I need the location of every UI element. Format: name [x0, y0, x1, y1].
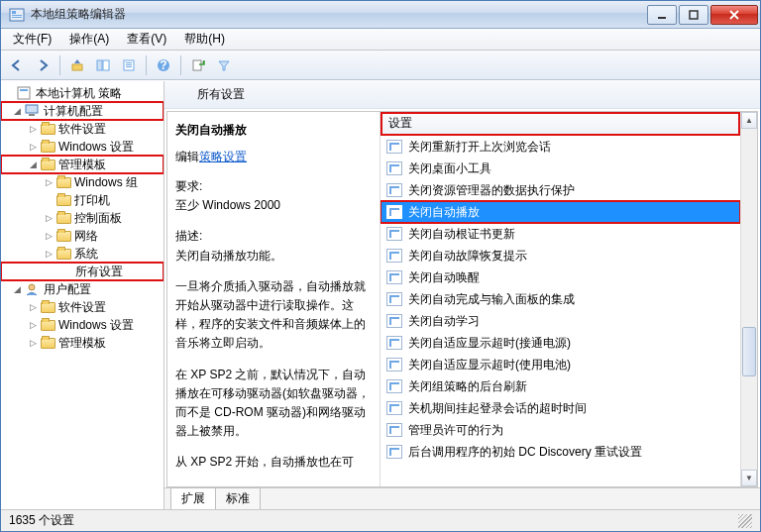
titlebar[interactable]: 本地组策略编辑器 — [1, 1, 760, 29]
scroll-down-button[interactable]: ▼ — [741, 470, 757, 486]
list-row[interactable]: 关闭重新打开上次浏览会话 — [380, 136, 740, 158]
folder-icon — [56, 231, 71, 242]
forward-button[interactable] — [31, 53, 54, 77]
scroll-thumb[interactable] — [742, 327, 756, 376]
policy-item-icon — [386, 270, 402, 284]
tab-standard[interactable]: 标准 — [215, 487, 261, 509]
list-row[interactable]: 关闭桌面小工具 — [380, 158, 740, 179]
tab-extend[interactable]: 扩展 — [170, 487, 216, 509]
svg-rect-11 — [126, 64, 132, 65]
expander-icon[interactable]: ◢ — [27, 159, 39, 170]
export-button[interactable] — [186, 53, 210, 77]
list-item-label: 关闭自动完成与输入面板的集成 — [408, 291, 575, 308]
list-row[interactable]: 关闭自动故障恢复提示 — [380, 245, 740, 266]
folder-icon — [41, 124, 55, 135]
settings-icon — [172, 88, 188, 102]
scroll-up-button[interactable]: ▲ — [741, 112, 757, 129]
close-button[interactable] — [710, 5, 758, 25]
expander-icon[interactable] — [43, 266, 54, 277]
list-row[interactable]: 关闭自动根证书更新 — [380, 223, 740, 245]
svg-rect-19 — [29, 114, 35, 116]
expander-icon[interactable] — [3, 87, 15, 99]
minimize-button[interactable] — [647, 5, 677, 25]
expander-icon[interactable]: ◢ — [11, 283, 23, 295]
list-column-header[interactable]: 设置 — [380, 112, 740, 136]
edit-policy-link[interactable]: 策略设置 — [199, 150, 247, 163]
back-button[interactable] — [5, 53, 29, 77]
list-row[interactable]: 关闭自适应显示超时(使用电池) — [380, 354, 740, 375]
tree-u-windows[interactable]: ▷Windows 设置 — [1, 316, 163, 334]
expander-icon[interactable]: ▷ — [27, 337, 39, 349]
menu-action[interactable]: 操作(A) — [61, 29, 117, 50]
show-hide-tree-button[interactable] — [91, 53, 115, 77]
edit-policy-row: 编辑策略设置 — [175, 149, 372, 165]
list-row[interactable]: 管理员许可的行为 — [380, 419, 740, 441]
expander-icon[interactable]: ▷ — [43, 176, 54, 188]
desc-value: 关闭自动播放功能。 — [175, 247, 372, 266]
list-row[interactable]: 关闭组策略的后台刷新 — [380, 375, 740, 397]
list-row[interactable]: 关闭自动完成与输入面板的集成 — [380, 288, 740, 310]
expander-icon[interactable]: ▷ — [27, 301, 39, 313]
list-row[interactable]: 关闭自适应显示超时(接通电源) — [380, 332, 740, 354]
menu-file[interactable]: 文件(F) — [5, 29, 59, 50]
tree-windows-settings[interactable]: ▷Windows 设置 — [1, 138, 163, 156]
desc-para3: 从 XP SP2 开始，自动播放也在可 — [175, 453, 372, 472]
tree-root[interactable]: 本地计算机 策略 — [1, 84, 163, 102]
list-row[interactable]: 关闭自动播放 — [380, 201, 740, 223]
desc-para1: 一旦将介质插入驱动器，自动播放就开始从驱动器中进行读取操作。这样，程序的安装文件… — [175, 277, 372, 354]
tree-printers[interactable]: 打印机 — [1, 191, 163, 209]
help-button[interactable]: ? — [152, 53, 175, 77]
right-header-title: 所有设置 — [197, 86, 245, 103]
tree-system[interactable]: ▷系统 — [1, 245, 163, 263]
expander-icon[interactable]: ▷ — [43, 212, 54, 224]
toolbar-sep — [180, 55, 181, 75]
policy-item-icon — [386, 205, 402, 219]
up-button[interactable] — [65, 53, 89, 77]
menu-help[interactable]: 帮助(H) — [176, 29, 233, 50]
policy-item-icon — [386, 249, 402, 263]
list-row[interactable]: 关闭自动学习 — [380, 310, 740, 332]
list-item-label: 关闭资源管理器的数据执行保护 — [408, 182, 575, 199]
tree-u-software[interactable]: ▷软件设置 — [1, 298, 163, 316]
expander-icon[interactable]: ▷ — [43, 248, 54, 260]
expander-icon[interactable]: ▷ — [27, 123, 39, 135]
vertical-scrollbar[interactable]: ▲ ▼ — [740, 112, 757, 486]
settings-icon — [56, 265, 72, 278]
list-item-label: 关闭自适应显示超时(使用电池) — [408, 357, 571, 373]
svg-rect-10 — [126, 62, 132, 63]
expander-icon[interactable]: ▷ — [27, 319, 39, 331]
expander-icon[interactable]: ◢ — [11, 105, 23, 117]
tree-user-config[interactable]: ◢用户配置 — [1, 280, 163, 298]
menu-view[interactable]: 查看(V) — [119, 29, 174, 50]
list-row[interactable]: 关闭资源管理器的数据执行保护 — [380, 179, 740, 201]
tree-label: 管理模板 — [58, 335, 106, 352]
expander-icon[interactable] — [43, 194, 54, 206]
list-body[interactable]: 关闭重新打开上次浏览会话关闭桌面小工具关闭资源管理器的数据执行保护关闭自动播放关… — [380, 136, 740, 486]
scroll-track[interactable] — [741, 129, 757, 470]
list-item-label: 关机期间挂起登录会话的超时时间 — [408, 400, 587, 417]
filter-button[interactable] — [212, 53, 236, 77]
computer-icon — [25, 104, 41, 118]
list-row[interactable]: 后台调用程序的初始 DC Discovery 重试设置 — [380, 441, 740, 463]
list-row[interactable]: 关机期间挂起登录会话的超时时间 — [380, 397, 740, 419]
list-row[interactable]: 关闭自动唤醒 — [380, 266, 740, 288]
tree-label: 软件设置 — [58, 121, 106, 138]
tree-network[interactable]: ▷网络 — [1, 227, 163, 245]
expander-icon[interactable]: ▷ — [27, 141, 39, 153]
tree-pane[interactable]: 本地计算机 策略 ◢ 计算机配置 ▷软件设置 ▷Windows 设置 ◢管理模板… — [1, 81, 164, 509]
tree-all-settings[interactable]: 所有设置 — [1, 263, 163, 280]
maximize-button[interactable] — [679, 5, 708, 25]
tabs: 扩展 标准 — [164, 487, 760, 509]
tree-windows-group[interactable]: ▷Windows 组 — [1, 173, 163, 191]
tree-software[interactable]: ▷软件设置 — [1, 120, 163, 138]
expander-icon[interactable]: ▷ — [43, 230, 54, 242]
tree-u-admin[interactable]: ▷管理模板 — [1, 334, 163, 352]
tree-label: 用户配置 — [44, 281, 91, 298]
resize-grip[interactable] — [738, 514, 752, 528]
properties-button[interactable] — [117, 53, 141, 77]
tree-computer-config[interactable]: ◢ 计算机配置 — [1, 102, 163, 120]
tree-label: Windows 组 — [74, 174, 138, 191]
tree-control-panel[interactable]: ▷控制面板 — [1, 209, 163, 227]
tree-admin-templates[interactable]: ◢管理模板 — [1, 156, 163, 173]
svg-rect-17 — [20, 89, 28, 91]
